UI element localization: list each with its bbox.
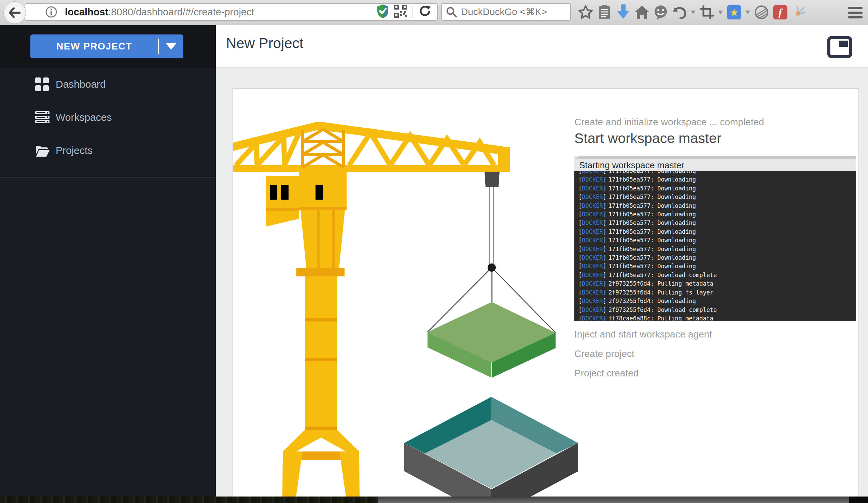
console-line: [DOCKER]ff78cae6a88c: Pulling metadata [578, 314, 856, 321]
search-icon [446, 7, 457, 18]
workspaces-icon [35, 111, 55, 124]
crop-icon[interactable] [699, 4, 715, 20]
new-project-button[interactable]: NEW PROJECT [30, 34, 183, 58]
bottom-strip-left [0, 496, 378, 503]
sidebar-item-workspaces[interactable]: Workspaces [0, 101, 216, 134]
console-line: [DOCKER]2f973255f6d4: Pulling metadata [578, 280, 856, 288]
console-line: [DOCKER]171fb05ea577: Downloading [578, 184, 856, 193]
info-icon[interactable] [45, 6, 58, 18]
upcoming-step-label: Create project [574, 349, 813, 359]
console-line: [DOCKER]171fb05ea577: Downloading [578, 253, 856, 262]
url-path: :8080/dashboard/#/create-project [108, 7, 254, 18]
console-header-tab [574, 156, 856, 159]
sidebar-divider [0, 177, 216, 177]
zotero-icon[interactable]: ★ [726, 4, 742, 20]
feedback-smiley-icon[interactable] [653, 4, 669, 20]
sidebar: NEW PROJECT Dashboard [0, 25, 216, 496]
upcoming-step-label: Project created [574, 368, 813, 378]
console-line: [DOCKER]171fb05ea577: Downloading [578, 228, 856, 236]
crane-illustration [232, 122, 598, 497]
browser-toolbar: localhost:8080/dashboard/#/create-projec… [0, 0, 868, 25]
upcoming-step-label: Inject and start workspace agent [574, 329, 813, 339]
console-line: [DOCKER]171fb05ea577: Downloading [578, 219, 856, 227]
reload-icon[interactable] [418, 5, 432, 19]
create-project-card: Create and initialize workspace ... comp… [232, 88, 859, 503]
console-header: Starting workspace master [574, 156, 856, 171]
download-icon[interactable] [615, 4, 631, 20]
ide-window-icon[interactable] [827, 36, 852, 58]
url-separator [413, 6, 413, 18]
console-line: [DOCKER]171fb05ea577: Downloading [578, 236, 856, 245]
url-bar[interactable]: localhost:8080/dashboard/#/create-projec… [24, 3, 438, 21]
chevron-down-icon [165, 43, 177, 50]
url-text[interactable]: localhost:8080/dashboard/#/create-projec… [65, 7, 255, 18]
reading-list-icon[interactable] [597, 4, 612, 20]
console-line: [DOCKER]171fb05ea577: Download complete [578, 271, 856, 280]
zotero-caret-icon[interactable] [745, 11, 751, 14]
addon-icon[interactable] [791, 4, 807, 20]
console-line: [DOCKER]2f973255f6d4: Pulling fs layer [578, 289, 856, 297]
toolbar-icons: ★ f [578, 2, 807, 22]
console-line: [DOCKER]171fb05ea577: Downloading [578, 245, 856, 253]
web-annotate-icon[interactable] [754, 4, 769, 20]
search-input[interactable] [460, 6, 564, 18]
upcoming-steps: Inject and start workspace agent Create … [574, 329, 813, 388]
app-window: localhost:8080/dashboard/#/create-projec… [0, 0, 868, 503]
undo-icon[interactable] [672, 4, 688, 20]
back-button[interactable] [3, 1, 26, 24]
bookmark-star-icon[interactable] [578, 4, 593, 20]
console-line-clipped: [DOCKER]171fb05ea577: Downloading [578, 171, 856, 175]
step-completed-label: Create and initialize workspace ... comp… [574, 117, 764, 128]
sidebar-nav: Dashboard Workspaces [0, 67, 216, 167]
projects-folder-icon [35, 144, 55, 157]
console-line: [DOCKER]171fb05ea577: Downloading [578, 202, 856, 210]
qr-grid-icon[interactable] [394, 5, 407, 19]
home-icon[interactable] [634, 4, 650, 20]
console-line: [DOCKER]171fb05ea577: Downloading [578, 210, 856, 219]
screen-bottom-strip [0, 496, 868, 503]
bottom-strip-mid [378, 496, 849, 503]
console-line: [DOCKER]2f973255f6d4: Downloading [578, 297, 856, 305]
flash-icon[interactable]: f [772, 4, 788, 20]
sidebar-item-projects[interactable]: Projects [0, 134, 216, 167]
console-line: [DOCKER]171fb05ea577: Downloading [578, 262, 856, 271]
undo-caret-icon[interactable] [691, 11, 696, 14]
sidebar-item-label: Projects [56, 145, 93, 156]
console-line: [DOCKER]2f973255f6d4: Download complete [578, 306, 856, 314]
page-title: New Project [226, 35, 303, 52]
sidebar-top: NEW PROJECT [0, 25, 216, 67]
workspace-console: Starting workspace master [DOCKER]171fb0… [574, 156, 856, 321]
back-arrow-icon [9, 8, 20, 18]
content-area: Create and initialize workspace ... comp… [216, 67, 868, 503]
shield-check-icon[interactable] [377, 4, 389, 20]
sidebar-item-label: Workspaces [56, 112, 112, 123]
console-line: [DOCKER]171fb05ea577: Downloading [578, 175, 856, 184]
sidebar-item-label: Dashboard [56, 78, 106, 90]
console-log[interactable]: [DOCKER]171fb05ea577: Downloading [DOCKE… [574, 171, 856, 321]
page-header: New Project [216, 25, 868, 67]
sidebar-item-dashboard[interactable]: Dashboard [0, 67, 216, 101]
search-bar[interactable] [441, 3, 571, 21]
bottom-strip-right [849, 496, 868, 503]
current-step-heading: Start workspace master [574, 130, 722, 146]
new-project-button-label: NEW PROJECT [30, 41, 158, 52]
url-host: localhost [65, 7, 108, 18]
dashboard-icon [35, 77, 55, 91]
menu-icon[interactable] [846, 6, 865, 20]
crop-caret-icon[interactable] [718, 11, 723, 14]
new-project-dropdown[interactable] [159, 43, 183, 50]
console-line: [DOCKER]171fb05ea577: Downloading [578, 193, 856, 201]
console-title: Starting workspace master [579, 160, 684, 171]
